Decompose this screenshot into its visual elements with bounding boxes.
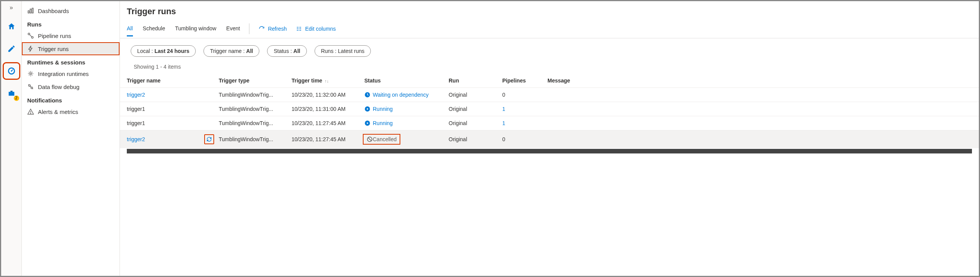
horizontal-scrollbar[interactable] bbox=[127, 149, 972, 153]
sidebar: Dashboards Runs Pipeline runs Trigger ru… bbox=[22, 1, 120, 276]
col-status[interactable]: Status bbox=[364, 77, 449, 84]
filter-label: Local : bbox=[137, 48, 154, 54]
cell-run: Original bbox=[449, 106, 502, 112]
svg-point-2 bbox=[11, 70, 12, 72]
sidebar-group-runtimes: Runtimes & sessions bbox=[22, 55, 120, 67]
integration-icon bbox=[27, 70, 34, 77]
filter-value: All bbox=[246, 48, 253, 54]
sidebar-item-dashboards[interactable]: Dashboards bbox=[22, 4, 120, 17]
col-trigger-time[interactable]: Trigger time↑↓ bbox=[292, 77, 364, 84]
filter-trigger-name[interactable]: Trigger name : All bbox=[203, 45, 259, 57]
cell-trigger-name: trigger1 bbox=[127, 120, 145, 126]
expand-icon[interactable]: » bbox=[10, 4, 13, 11]
sidebar-item-pipeline-runs[interactable]: Pipeline runs bbox=[22, 29, 120, 42]
tabs-row: All Schedule Tumbling window Event Refre… bbox=[120, 16, 979, 38]
sidebar-label: Integration runtimes bbox=[38, 71, 89, 77]
sidebar-item-integration-runtimes[interactable]: Integration runtimes bbox=[22, 67, 120, 80]
cell-status: Waiting on dependency bbox=[364, 92, 449, 98]
sidebar-label: Data flow debug bbox=[38, 84, 79, 90]
rail-author[interactable] bbox=[5, 42, 18, 56]
badge-count: 2 bbox=[14, 96, 19, 101]
cell-status: Running bbox=[364, 120, 449, 126]
table-row[interactable]: trigger2TumblingWindowTrig...10/23/20, 1… bbox=[120, 130, 979, 148]
sidebar-item-data-flow-debug[interactable]: Data flow debug bbox=[22, 80, 120, 93]
cell-pipelines: 0 bbox=[502, 92, 547, 98]
icon-rail: » 2 bbox=[1, 1, 22, 276]
cell-trigger-name[interactable]: trigger2 bbox=[127, 92, 145, 98]
cell-status: Running bbox=[364, 106, 449, 112]
filters: Local : Last 24 hours Trigger name : All… bbox=[120, 38, 979, 57]
divider bbox=[249, 23, 249, 34]
filter-value: All bbox=[293, 48, 300, 54]
cell-trigger-name: trigger1 bbox=[127, 106, 145, 112]
sidebar-item-alerts-metrics[interactable]: Alerts & metrics bbox=[22, 105, 120, 118]
edit-columns-label: Edit columns bbox=[305, 26, 336, 32]
filter-label: Trigger name : bbox=[210, 48, 246, 54]
rail-home[interactable] bbox=[5, 20, 18, 33]
rerun-button[interactable] bbox=[204, 134, 214, 144]
refresh-label: Refresh bbox=[268, 26, 287, 32]
cell-pipelines: 0 bbox=[502, 136, 547, 142]
sidebar-label: Alerts & metrics bbox=[38, 109, 78, 115]
col-message[interactable]: Message bbox=[547, 77, 972, 84]
cell-pipelines[interactable]: 1 bbox=[502, 120, 547, 126]
col-trigger-name[interactable]: Trigger name bbox=[127, 77, 219, 84]
cell-trigger-time: 10/23/20, 11:31:00 AM bbox=[292, 106, 364, 112]
cell-status: Cancelled bbox=[364, 135, 449, 143]
home-icon bbox=[7, 22, 16, 31]
svg-rect-3 bbox=[28, 11, 29, 13]
main-content: Trigger runs All Schedule Tumbling windo… bbox=[120, 1, 979, 276]
rail-manage[interactable]: 2 bbox=[5, 86, 18, 100]
tab-event[interactable]: Event bbox=[226, 25, 240, 36]
filter-runs[interactable]: Runs : Latest runs bbox=[315, 45, 371, 57]
cell-run: Original bbox=[449, 92, 502, 98]
filter-label: Runs : bbox=[321, 48, 338, 54]
cell-trigger-type: TumblingWindowTrig... bbox=[219, 92, 292, 98]
sidebar-label: Pipeline runs bbox=[38, 33, 71, 39]
tab-all[interactable]: All bbox=[127, 25, 133, 36]
col-run[interactable]: Run bbox=[449, 77, 502, 84]
svg-line-23 bbox=[368, 138, 371, 141]
tab-schedule[interactable]: Schedule bbox=[143, 25, 165, 36]
table-row[interactable]: trigger2TumblingWindowTrig...10/23/20, 1… bbox=[120, 87, 979, 102]
cell-run: Original bbox=[449, 120, 502, 126]
cell-trigger-type: TumblingWindowTrig... bbox=[219, 106, 292, 112]
tabs: All Schedule Tumbling window Event bbox=[127, 25, 240, 36]
cell-trigger-type: TumblingWindowTrig... bbox=[219, 136, 292, 142]
gauge-icon bbox=[7, 67, 16, 75]
sidebar-group-runs: Runs bbox=[22, 17, 120, 29]
filter-label: Status : bbox=[274, 48, 293, 54]
cell-trigger-time: 10/23/20, 11:27:45 AM bbox=[292, 136, 364, 142]
cell-run: Original bbox=[449, 136, 502, 142]
cell-trigger-name[interactable]: trigger2 bbox=[127, 136, 145, 142]
sidebar-item-trigger-runs[interactable]: Trigger runs bbox=[22, 42, 120, 55]
rail-monitor[interactable] bbox=[5, 64, 18, 78]
filter-status[interactable]: Status : All bbox=[267, 45, 306, 57]
filter-local[interactable]: Local : Last 24 hours bbox=[131, 45, 196, 57]
cell-pipelines[interactable]: 1 bbox=[502, 106, 547, 112]
refresh-icon bbox=[259, 26, 265, 32]
showing-count: Showing 1 - 4 items bbox=[120, 57, 979, 74]
page-title: Trigger runs bbox=[120, 7, 979, 16]
filter-value: Latest runs bbox=[338, 48, 364, 54]
debug-icon bbox=[27, 83, 34, 90]
cell-trigger-time: 10/23/20, 11:27:45 AM bbox=[292, 120, 364, 126]
sidebar-label: Dashboards bbox=[38, 8, 69, 14]
table-row[interactable]: trigger1TumblingWindowTrig...10/23/20, 1… bbox=[120, 102, 979, 116]
results-grid: Trigger name Trigger type Trigger time↑↓… bbox=[120, 74, 979, 148]
pipeline-icon bbox=[27, 32, 34, 39]
tab-tumbling-window[interactable]: Tumbling window bbox=[175, 25, 216, 36]
filter-value: Last 24 hours bbox=[154, 48, 189, 54]
edit-columns-button[interactable]: Edit columns bbox=[296, 26, 336, 36]
columns-icon bbox=[296, 26, 302, 32]
col-label: Trigger time bbox=[292, 77, 322, 84]
table-row[interactable]: trigger1TumblingWindowTrig...10/23/20, 1… bbox=[120, 116, 979, 130]
col-pipelines[interactable]: Pipelines bbox=[502, 77, 547, 84]
svg-rect-4 bbox=[30, 9, 31, 13]
status-highlight: Cancelled bbox=[364, 135, 399, 143]
cell-trigger-type: TumblingWindowTrig... bbox=[219, 120, 292, 126]
svg-rect-5 bbox=[32, 8, 33, 13]
col-trigger-type[interactable]: Trigger type bbox=[219, 77, 292, 84]
refresh-button[interactable]: Refresh bbox=[259, 26, 287, 36]
grid-header: Trigger name Trigger type Trigger time↑↓… bbox=[120, 74, 979, 87]
